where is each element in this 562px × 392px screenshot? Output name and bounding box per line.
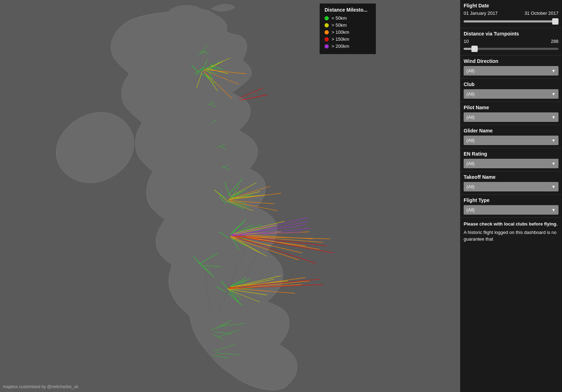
legend-item-100: > 50km [325,22,371,28]
distance-slider-track [464,48,558,50]
distance-slider-thumb[interactable] [471,46,478,52]
glider-name-dropdown-wrapper: (All) ▼ [464,136,558,145]
map-area[interactable]: Distance Milesto... < 50km > 50km > 100k… [0,0,460,392]
en-rating-select[interactable]: (All) [464,159,558,168]
wind-direction-section: Wind Direction (All) ▼ [460,55,562,79]
info-text-clubs: Please check with local clubs before fly… [464,221,558,228]
legend-dot-yellow [325,23,329,27]
flight-type-dropdown-wrapper: (All) ▼ [464,205,558,215]
date-slider-thumb[interactable] [552,18,558,25]
wind-direction-title: Wind Direction [464,58,558,64]
flight-date-section: Flight Date 01 January 2017 31 October 2… [460,0,562,28]
right-panel: Flight Date 01 January 2017 31 October 2… [460,0,562,392]
legend-label-100: > 50km [332,22,347,28]
legend-label-200plus: > 200km [332,44,349,49]
legend-item-50: < 50km [325,15,371,21]
legend-dot-red [325,37,329,41]
svg-point-3 [148,71,155,84]
flight-type-title: Flight Type [464,197,558,203]
takeoff-name-title: Takeoff Name [464,174,558,180]
legend-label-200: > 150km [332,37,349,42]
flight-type-section: Flight Type (All) ▼ [460,195,562,218]
distance-slider[interactable] [464,45,558,52]
distance-min: 10 [464,39,469,44]
en-rating-dropdown-wrapper: (All) ▼ [464,159,558,168]
date-slider-fill [464,20,558,22]
takeoff-name-dropdown-wrapper: (All) ▼ [464,182,558,191]
svg-point-2 [150,53,159,67]
info-text-historic: A historic flight logged on this dashboa… [464,230,557,242]
legend-dot-purple [325,44,329,48]
glider-name-select[interactable]: (All) [464,136,558,145]
svg-point-1 [156,33,167,51]
club-select[interactable]: (All) [464,89,558,99]
legend-label-50: < 50km [332,15,347,21]
date-end: 31 October 2017 [524,11,558,16]
distance-slider-fill [464,48,471,50]
flight-date-title: Flight Date [464,3,558,8]
takeoff-name-select[interactable]: (All) [464,182,558,191]
takeoff-name-section: Takeoff Name (All) ▼ [460,171,562,195]
club-section: Club (All) ▼ [460,79,562,102]
legend-title: Distance Milesto... [325,7,371,13]
wind-direction-dropdown-wrapper: (All) ▼ [464,66,558,76]
legend-item-150: > 100km [325,30,371,35]
legend-item-200plus: > 200km [325,44,371,49]
pilot-name-section: Pilot Name (All) ▼ [460,102,562,125]
date-start: 01 January 2017 [464,11,498,16]
wind-direction-select[interactable]: (All) [464,66,558,76]
date-range-row: 01 January 2017 31 October 2017 [464,11,558,16]
pilot-name-dropdown-wrapper: (All) ▼ [464,112,558,122]
map-legend: Distance Milesto... < 50km > 50km > 100k… [320,4,376,54]
flight-type-select[interactable]: (All) [464,205,558,215]
legend-dot-orange [325,30,329,34]
en-rating-section: EN Rating (All) ▼ [460,148,562,171]
legend-label-150: > 100km [332,30,349,35]
en-rating-title: EN Rating [464,151,558,157]
legend-dot-green [325,16,329,20]
club-dropdown-wrapper: (All) ▼ [464,89,558,99]
distance-max: 288 [551,39,558,44]
pilot-name-title: Pilot Name [464,105,558,110]
distance-title: Distance via Turnpoints [464,31,558,37]
glider-name-section: Glider Name (All) ▼ [460,125,562,148]
legend-item-200: > 150km [325,37,371,42]
info-text-section: Please check with local clubs before fly… [460,218,562,246]
map-attribution: mapbox customised by @neilcharles_uk [3,384,78,389]
glider-name-title: Glider Name [464,128,558,133]
date-slider[interactable] [464,18,558,25]
distance-section: Distance via Turnpoints 10 288 [460,28,562,55]
pilot-name-select[interactable]: (All) [464,112,558,122]
distance-values-row: 10 288 [464,39,558,44]
club-title: Club [464,81,558,87]
